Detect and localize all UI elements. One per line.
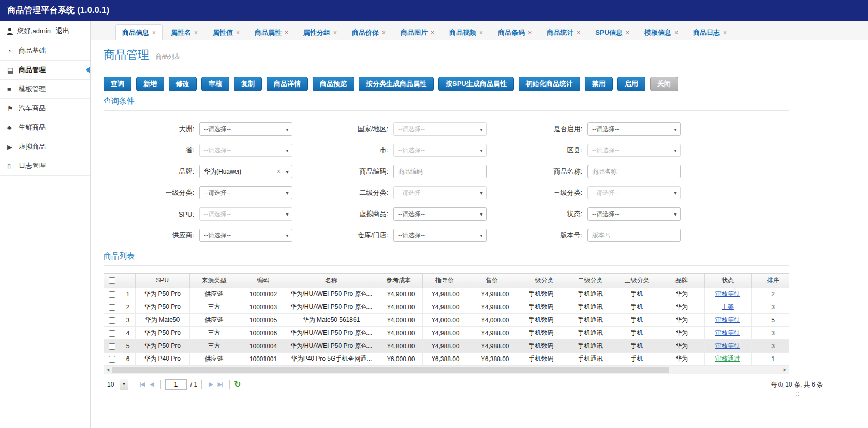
text-input[interactable]	[393, 165, 487, 178]
select-dropdown[interactable]: --请选择--▾	[587, 207, 681, 221]
chevron-down-icon[interactable]: ▾	[477, 148, 486, 153]
close-icon[interactable]: ×	[285, 29, 288, 36]
table-row[interactable]: 4华为 P50 Pro三方10001006华为/HUAWEI P50 Pro 原…	[104, 326, 789, 339]
select-dropdown[interactable]: --请选择--▾	[393, 229, 487, 242]
status-link[interactable]: 审核等待	[715, 342, 740, 349]
tab-item[interactable]: 商品信息×	[115, 24, 163, 40]
sidebar-item[interactable]: ▤商品管理	[0, 61, 90, 80]
next-page-button[interactable]: ▶	[206, 381, 215, 388]
close-icon[interactable]: ×	[577, 29, 580, 36]
toolbar-button[interactable]: 启用	[617, 77, 645, 91]
chevron-down-icon[interactable]: ▾	[283, 148, 292, 153]
toolbar-button[interactable]: 关闭	[650, 77, 678, 91]
tab-item[interactable]: 属性名×	[164, 24, 204, 40]
toolbar-button[interactable]: 审核	[201, 77, 229, 91]
select-dropdown[interactable]: --请选择--▾	[393, 144, 487, 157]
select-dropdown[interactable]: --请选择--▾	[587, 122, 681, 136]
tab-item[interactable]: SPU信息×	[589, 24, 636, 40]
select-dropdown[interactable]: --请选择--▾	[199, 144, 292, 157]
toolbar-button[interactable]: 初始化商品统计	[519, 77, 580, 91]
chevron-down-icon[interactable]: ▾	[283, 126, 292, 132]
toolbar-button[interactable]: 禁用	[585, 77, 613, 91]
row-checkbox[interactable]	[109, 343, 115, 350]
close-icon[interactable]: ×	[382, 29, 386, 36]
close-icon[interactable]: ×	[528, 29, 532, 36]
toolbar-button[interactable]: 复制	[234, 77, 262, 91]
row-checkbox[interactable]	[109, 317, 115, 324]
close-icon[interactable]: ×	[152, 29, 156, 36]
row-checkbox[interactable]	[109, 356, 115, 363]
chevron-down-icon[interactable]: ▾	[477, 233, 486, 238]
sidebar-item[interactable]: ▶虚拟商品	[0, 137, 90, 156]
toolbar-button[interactable]: 新增	[136, 77, 164, 91]
chevron-down-icon[interactable]: ▾	[477, 190, 486, 196]
status-link[interactable]: 审核通过	[715, 355, 740, 362]
chevron-down-icon[interactable]: ▾	[671, 148, 680, 153]
chevron-down-icon[interactable]: ▾	[477, 211, 486, 217]
status-link[interactable]: 审核等待	[715, 316, 740, 323]
chevron-down-icon[interactable]: ▾	[671, 126, 680, 132]
select-dropdown[interactable]: --请选择--▾	[393, 122, 487, 136]
sidebar-item[interactable]: ▯日志管理	[0, 156, 90, 176]
select-dropdown[interactable]: --请选择--▾	[199, 186, 292, 199]
text-input[interactable]	[587, 165, 681, 178]
close-icon[interactable]: ×	[194, 29, 198, 36]
close-icon[interactable]: ×	[431, 29, 434, 36]
sidebar-item[interactable]: ⚑汽车商品	[0, 99, 90, 118]
row-checkbox[interactable]	[109, 330, 115, 337]
tab-item[interactable]: 商品图片×	[394, 24, 441, 40]
status-link[interactable]: 审核等待	[715, 329, 740, 336]
table-row[interactable]: 3华为 Mate50供应链10001005华为 Mate50 561861¥4,…	[104, 313, 789, 326]
close-icon[interactable]: ×	[479, 29, 483, 36]
chevron-down-icon[interactable]: ▾	[283, 169, 292, 175]
row-checkbox[interactable]	[109, 304, 115, 311]
toolbar-button[interactable]: 按SPU生成商品属性	[438, 77, 514, 91]
chevron-down-icon[interactable]: ▾	[671, 211, 680, 217]
row-checkbox[interactable]	[109, 291, 115, 298]
status-link[interactable]: 上架	[722, 303, 734, 310]
toolbar-button[interactable]: 按分类生成商品属性	[359, 77, 434, 91]
refresh-icon[interactable]: ↻	[234, 379, 241, 389]
sidebar-item[interactable]: ≡模板管理	[0, 80, 90, 99]
table-row[interactable]: 5华为 P50 Pro三方10001004华为/HUAWEI P50 Pro 原…	[104, 339, 789, 352]
select-dropdown[interactable]: --请选择--▾	[587, 186, 681, 199]
status-link[interactable]: 审核等待	[715, 290, 740, 297]
page-number-input[interactable]	[165, 379, 187, 390]
tab-item[interactable]: 属性值×	[206, 24, 246, 40]
close-icon[interactable]: ×	[333, 29, 337, 36]
select-dropdown[interactable]: --请选择--▾	[393, 186, 487, 199]
horizontal-scrollbar[interactable]: ◀ ▶	[104, 366, 789, 374]
select-dropdown[interactable]: --请选择--▾	[199, 122, 292, 136]
table-row[interactable]: 6华为 P40 Pro供应链10001001华为P40 Pro 5G手机全网通.…	[104, 352, 789, 365]
sidebar-item[interactable]: ♣生鲜商品	[0, 118, 90, 137]
tab-item[interactable]: 商品条码×	[491, 24, 538, 40]
toolbar-button[interactable]: 商品预览	[313, 77, 354, 91]
clear-icon[interactable]: ×	[275, 168, 283, 175]
close-icon[interactable]: ×	[723, 29, 727, 36]
tab-item[interactable]: 商品视频×	[443, 24, 490, 40]
tab-item[interactable]: 商品统计×	[540, 24, 587, 40]
table-row[interactable]: 1华为 P50 Pro供应链10001002华为/HUAWEI P50 Pro …	[104, 288, 789, 301]
chevron-down-icon[interactable]: ▾	[283, 190, 292, 196]
chevron-down-icon[interactable]: ▾	[283, 233, 292, 238]
toolbar-button[interactable]: 商品详情	[267, 77, 308, 91]
select-dropdown[interactable]: --请选择--▾	[587, 144, 681, 157]
chevron-down-icon[interactable]: ▾	[477, 126, 486, 132]
tab-item[interactable]: 商品价保×	[345, 24, 392, 40]
page-size-select[interactable]: 10 ▾	[104, 379, 128, 390]
chevron-down-icon[interactable]: ▾	[671, 190, 680, 196]
first-page-button[interactable]: |◀	[137, 381, 147, 388]
close-icon[interactable]: ×	[674, 29, 678, 36]
scroll-right-icon[interactable]: ▶	[781, 366, 789, 374]
last-page-button[interactable]: ▶|	[215, 381, 225, 388]
select-dropdown[interactable]: --请选择--▾	[199, 229, 292, 242]
toolbar-button[interactable]: 修改	[169, 77, 197, 91]
select-all-checkbox[interactable]	[109, 277, 115, 284]
logout-link[interactable]: 退出	[56, 26, 69, 36]
select-dropdown[interactable]: --请选择--▾	[393, 207, 487, 221]
tab-item[interactable]: 商品属性×	[248, 24, 295, 40]
close-icon[interactable]: ×	[236, 29, 240, 36]
sidebar-item[interactable]: ◔商品基础	[0, 41, 90, 61]
select-dropdown[interactable]: 华为(Huawei)×▾	[199, 165, 292, 178]
tab-item[interactable]: 商品日志×	[686, 24, 733, 40]
